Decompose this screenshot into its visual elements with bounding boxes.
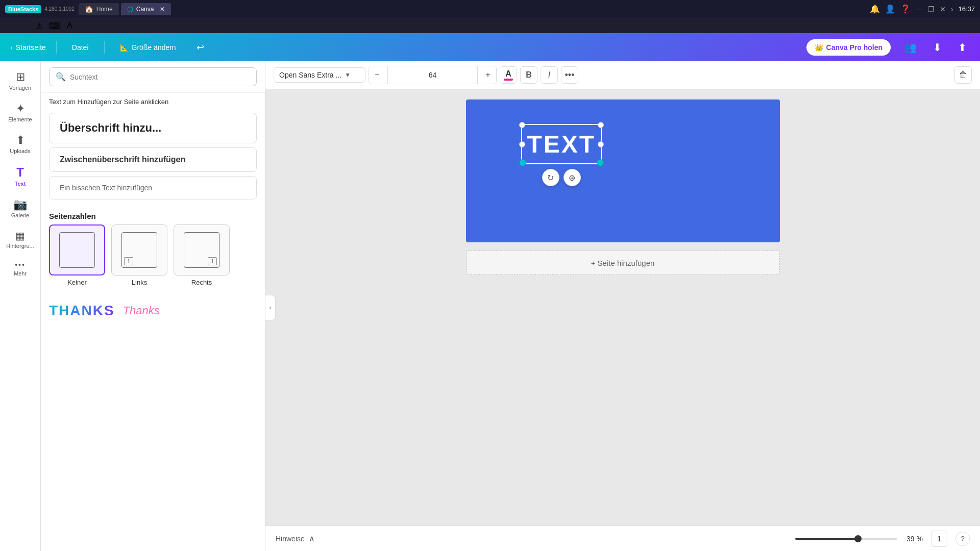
font-size-control: − + <box>369 66 497 84</box>
handle-top-right[interactable] <box>598 122 604 128</box>
undo-button[interactable]: ↩ <box>191 39 209 56</box>
page-num-right-inner: 1 <box>184 232 219 268</box>
trash-icon: 🗑 <box>959 70 967 80</box>
panel-search-area: 🔍 <box>41 61 265 93</box>
page-num-left[interactable]: 1 Links <box>111 224 167 286</box>
pro-label: Canva Pro holen <box>826 43 883 52</box>
delete-button[interactable]: 🗑 <box>954 66 972 84</box>
element-actions: ↻ ⊕ <box>542 169 581 186</box>
page-numbers-section: Keiner 1 Links <box>41 224 265 294</box>
share-button[interactable]: ⬆ <box>955 38 970 57</box>
font-templates: THANKS Thanks <box>41 294 265 327</box>
zoom-slider[interactable] <box>795 538 897 540</box>
search-box[interactable]: 🔍 <box>49 67 257 86</box>
search-icon: 🔍 <box>56 72 66 82</box>
color-bar <box>504 79 513 81</box>
sidebar-item-vorlagen[interactable]: ⊞ Vorlagen <box>3 66 38 96</box>
canvas-text-element[interactable]: TEXT ↻ ⊕ <box>527 130 596 158</box>
uploads-label: Uploads <box>10 148 30 154</box>
font-size-decrease[interactable]: − <box>369 66 385 84</box>
tab-canva[interactable]: ⬡ Canva ✕ <box>121 3 172 15</box>
help-icon: ? <box>961 535 964 542</box>
page-num-none[interactable]: Keiner <box>49 224 105 286</box>
selection-border <box>521 124 602 164</box>
add-body-button[interactable]: Ein bisschen Text hinzufügen <box>49 176 257 199</box>
zoom-percentage: 39 % <box>902 535 923 543</box>
add-page-button[interactable]: + Seite hinzufügen <box>466 251 780 275</box>
hintergrund-icon: ▦ <box>15 231 25 241</box>
sidebar-item-uploads[interactable]: ⬆ Uploads <box>3 130 38 159</box>
undo-icon: ↩ <box>197 42 204 53</box>
sidebar-item-hintergrund[interactable]: ▦ Hintergru... <box>3 226 38 254</box>
page-num-left-number: 1 <box>124 257 133 265</box>
handle-top-left[interactable] <box>519 122 525 128</box>
page-num-right[interactable]: 1 Rechts <box>174 224 230 286</box>
sidebar-item-mehr[interactable]: ••• Mehr <box>3 256 38 282</box>
back-arrow-icon: ‹ <box>10 43 13 52</box>
sidebar-item-text[interactable]: T Text <box>3 161 38 192</box>
window-minimize[interactable]: — <box>916 5 923 13</box>
page-numbers-section-title: Seitenzahlen <box>41 204 265 224</box>
file-button[interactable]: Datei <box>67 40 94 55</box>
resize-label: Größe ändern <box>132 43 176 52</box>
app-container: ‹ Startseite Datei 📐 Größe ändern ↩ 👑 Ca… <box>0 33 980 551</box>
download-button[interactable]: ⬇ <box>930 38 945 57</box>
handle-bottom-right[interactable] <box>597 159 604 166</box>
system-time: 16:37 <box>958 5 975 13</box>
mehr-icon: ••• <box>15 261 26 268</box>
text-icon: A <box>67 21 72 30</box>
handle-middle-right[interactable] <box>598 141 604 147</box>
font-selector[interactable]: Open Sans Extra ... ▼ <box>274 67 365 83</box>
rotate-icon: ↻ <box>547 173 554 183</box>
handle-middle-left[interactable] <box>519 141 525 147</box>
text-label: Text <box>15 181 26 187</box>
page-num-none-inner <box>59 232 95 268</box>
more-options-button[interactable]: ••• <box>561 66 578 84</box>
sidebar-item-galerie[interactable]: 📷 Galerie <box>3 194 38 223</box>
font-size-input[interactable] <box>387 66 478 84</box>
sidebar-item-elemente[interactable]: ✦ Elemente <box>3 98 38 128</box>
panel-toggle-button[interactable]: ‹ <box>265 295 276 320</box>
page-num-left-box: 1 <box>111 224 167 276</box>
handle-bottom-left[interactable] <box>519 159 526 166</box>
resize-icon: 📐 <box>120 43 129 52</box>
position-action-button[interactable]: ⊕ <box>564 169 581 186</box>
download-icon: ⬇ <box>933 41 942 54</box>
page-num-right-label: Rechts <box>191 279 212 286</box>
content-area: ⊞ Vorlagen ✦ Elemente ⬆ Uploads T Text 📷… <box>0 61 980 551</box>
search-input[interactable] <box>70 73 250 81</box>
text-color-button[interactable]: A <box>500 66 517 84</box>
help-button[interactable]: ? <box>955 532 970 546</box>
page-indicator[interactable]: 1 <box>931 531 947 547</box>
sidebar-icons: ⊞ Vorlagen ✦ Elemente ⬆ Uploads T Text 📷… <box>0 61 41 551</box>
window-expand[interactable]: › <box>951 5 953 13</box>
back-button[interactable]: ‹ Startseite <box>10 43 46 52</box>
bold-button[interactable]: B <box>520 66 537 84</box>
hintergrund-label: Hintergru... <box>6 243 34 249</box>
tab-canva-close[interactable]: ✕ <box>160 6 165 13</box>
italic-button[interactable]: I <box>541 66 558 84</box>
toolbar-divider-2 <box>104 41 105 54</box>
titlebar: BlueStacks 4.280.1.1002 🏠 Home ⬡ Canva ✕… <box>0 0 980 18</box>
window-close[interactable]: ✕ <box>940 5 946 13</box>
tab-home[interactable]: 🏠 Home <box>79 3 119 15</box>
panel-hint: Text zum Hinzufügen zur Seite anklicken <box>41 93 265 109</box>
window-maximize[interactable]: ❐ <box>928 5 935 13</box>
mehr-label: Mehr <box>14 270 27 277</box>
pro-button[interactable]: 👑 Canva Pro holen <box>806 39 891 56</box>
publish-button[interactable]: 👥 <box>901 38 920 57</box>
font-size-increase[interactable]: + <box>480 66 496 84</box>
bottom-bar: Hinweise ∧ 39 % 1 ? <box>265 525 980 551</box>
vorlagen-label: Vorlagen <box>9 85 31 91</box>
share-icon: ⬆ <box>958 41 967 54</box>
thanks-font-preview: THANKS <box>49 303 115 319</box>
text-icon: T <box>16 166 24 179</box>
add-subheading-button[interactable]: Zwischenüberschrift hinzufügen <box>49 147 257 172</box>
hints-section: Hinweise ∧ <box>276 534 315 543</box>
rotate-action-button[interactable]: ↻ <box>542 169 559 186</box>
titlebar-tabs: 🏠 Home ⬡ Canva ✕ <box>79 3 172 15</box>
resize-button[interactable]: 📐 Größe ändern <box>115 40 181 55</box>
hints-chevron-icon[interactable]: ∧ <box>309 534 315 543</box>
add-heading-button[interactable]: Überschrift hinzu... <box>49 113 257 143</box>
help-icon: ❓ <box>900 4 911 14</box>
